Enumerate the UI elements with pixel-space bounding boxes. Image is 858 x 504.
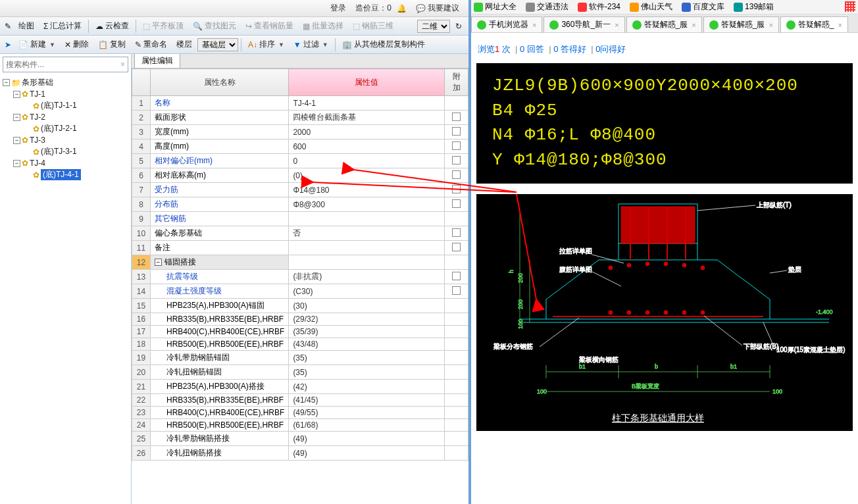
prop-name[interactable]: 受力筋	[151, 183, 289, 197]
bell-icon[interactable]: 🔔	[397, 4, 407, 13]
property-table[interactable]: 属性名称 属性值 附加 1 名称 TJ-4-1 2 截面形状 四棱锥台截面条基 …	[132, 68, 468, 461]
prop-name[interactable]: 冷轧扭钢筋搭接	[151, 446, 289, 461]
prop-extra[interactable]	[445, 270, 468, 284]
checkbox-icon[interactable]	[452, 170, 461, 179]
prop-value[interactable]: (29/32)	[289, 313, 445, 326]
prop-value[interactable]: (49)	[289, 432, 445, 446]
prop-extra[interactable]	[445, 313, 468, 326]
tree-leaf[interactable]: (底)TJ-1-1	[41, 100, 77, 111]
filter-button[interactable]: ▼ 过滤▼	[290, 38, 332, 51]
search-input[interactable]	[6, 60, 120, 69]
layer-select[interactable]: 基础层	[197, 38, 238, 51]
prop-name[interactable]: 冷轧带肋钢筋搭接	[151, 432, 289, 446]
prop-extra[interactable]	[445, 365, 468, 380]
prop-extra[interactable]	[445, 183, 468, 197]
tree-leaf[interactable]: (底)TJ-4-1	[41, 169, 81, 180]
prop-name[interactable]: HRB335(B),HRB335E(BE),HRBF	[151, 313, 289, 326]
checkbox-icon[interactable]	[452, 199, 461, 208]
tab-property-edit[interactable]: 属性编辑	[134, 54, 180, 68]
prop-value[interactable]: 否	[289, 226, 445, 241]
prop-value[interactable]: (非抗震)	[289, 270, 445, 284]
checkbox-icon[interactable]	[452, 228, 461, 237]
checkbox-icon[interactable]	[452, 156, 461, 164]
prop-name[interactable]: HRB335(B),HRB335E(BE),HRBF	[151, 394, 289, 407]
prop-name[interactable]: 相对偏心距(mm)	[151, 154, 289, 168]
prop-extra[interactable]	[445, 226, 468, 241]
prop-name[interactable]: HRB400(C),HRB400E(CE),HRBF	[151, 407, 289, 419]
copy-button[interactable]: 📋 复制	[94, 38, 130, 51]
delete-button[interactable]: ✕ 删除	[61, 38, 93, 51]
tree-item[interactable]: TJ-4	[30, 159, 45, 168]
prop-value[interactable]: (49)	[289, 446, 445, 461]
login-button[interactable]: 登录	[326, 1, 350, 15]
prop-name[interactable]: 分布筋	[151, 197, 289, 212]
view-mode-select[interactable]: 二维	[417, 20, 450, 33]
prop-name[interactable]: 偏心条形基础	[151, 226, 289, 241]
prop-value[interactable]: (C30)	[289, 284, 445, 299]
prop-value[interactable]: 0	[289, 154, 445, 168]
prop-name[interactable]: 相对底标高(m)	[151, 168, 289, 183]
prop-value[interactable]: Φ8@300	[289, 197, 445, 212]
search-box[interactable]: ×	[3, 57, 128, 72]
prop-extra[interactable]	[445, 284, 468, 299]
prop-extra[interactable]	[445, 338, 468, 351]
bookmark-item[interactable]: 网址大全	[474, 1, 517, 13]
rebar-3d-button[interactable]: ⬚ 钢筋三维	[349, 19, 397, 33]
sort-button[interactable]: A↓ 排序▼	[244, 38, 288, 51]
prop-name[interactable]: 冷轧扭钢筋锚固	[151, 365, 289, 380]
browser-tab[interactable]: 360导航_新一×	[543, 16, 624, 32]
prop-value[interactable]: (49/55)	[289, 407, 445, 419]
checkbox-icon[interactable]	[452, 113, 461, 121]
sum-button[interactable]: Σ 汇总计算	[39, 19, 86, 33]
tree-collapse-icon[interactable]: −	[13, 160, 20, 167]
prop-value[interactable]: (30)	[289, 299, 445, 313]
prop-value[interactable]: Φ14@180	[289, 183, 445, 197]
prop-value[interactable]: (35/39)	[289, 326, 445, 338]
browser-tab[interactable]: 答疑解惑_服×	[626, 16, 702, 32]
checkbox-icon[interactable]	[452, 185, 461, 193]
prop-name[interactable]: 其它钢筋	[151, 212, 289, 226]
new-button[interactable]: 📄 新建▼	[14, 38, 59, 51]
prop-name[interactable]: 高度(mm)	[151, 139, 289, 154]
tree-collapse-icon[interactable]: −	[13, 114, 20, 121]
tree-item[interactable]: TJ-2	[30, 113, 45, 122]
prop-name[interactable]: HRB500(E),HRB500E(EE),HRBF	[151, 419, 289, 432]
prop-value[interactable]: 四棱锥台截面条基	[289, 111, 445, 125]
prop-extra[interactable]	[445, 419, 468, 432]
tree-item[interactable]: TJ-3	[30, 136, 45, 145]
prop-value[interactable]	[289, 255, 445, 270]
batch-select-button[interactable]: ▦ 批量选择	[299, 19, 347, 33]
prop-name[interactable]: 抗震等级	[151, 270, 289, 284]
prop-extra[interactable]	[445, 241, 468, 255]
draw-button[interactable]: 绘图	[14, 19, 38, 33]
prop-extra[interactable]	[445, 154, 468, 168]
prop-name[interactable]: HPB235(A),HPB300(A)搭接	[151, 380, 289, 394]
prop-value[interactable]: 600	[289, 139, 445, 154]
prop-name[interactable]: 冷轧带肋钢筋锚固	[151, 351, 289, 365]
prop-name[interactable]: HRB500(E),HRB500E(EE),HRBF	[151, 338, 289, 351]
prop-value[interactable]	[289, 241, 445, 255]
checkbox-icon[interactable]	[452, 141, 461, 150]
prop-extra[interactable]	[445, 351, 468, 365]
tree-leaf[interactable]: (底)TJ-3-1	[41, 146, 77, 157]
close-icon[interactable]: ×	[769, 21, 772, 29]
search-clear-icon[interactable]: ×	[120, 60, 125, 69]
checkbox-icon[interactable]	[452, 272, 461, 280]
prop-extra[interactable]	[445, 407, 468, 419]
tree-collapse-icon[interactable]: −	[13, 91, 20, 98]
tree-item[interactable]: TJ-1	[30, 89, 45, 99]
prop-extra[interactable]	[445, 168, 468, 183]
browser-tab[interactable]: 手机浏览器×	[471, 16, 542, 32]
prop-value[interactable]: TJ-4-1	[289, 96, 445, 111]
prop-name[interactable]: HPB235(A),HPB300(A)锚固	[151, 299, 289, 313]
close-icon[interactable]: ×	[838, 21, 842, 29]
prop-value[interactable]: 2000	[289, 125, 445, 139]
prop-extra[interactable]	[445, 125, 468, 139]
prop-extra[interactable]	[445, 197, 468, 212]
cloud-check-button[interactable]: ☁ 云检查	[91, 19, 133, 33]
prop-extra[interactable]	[445, 299, 468, 313]
refresh-icon[interactable]: ↻	[451, 20, 466, 32]
checkbox-icon[interactable]	[452, 243, 461, 251]
rename-button[interactable]: ✎ 重命名	[131, 38, 171, 51]
prop-extra[interactable]	[445, 380, 468, 394]
